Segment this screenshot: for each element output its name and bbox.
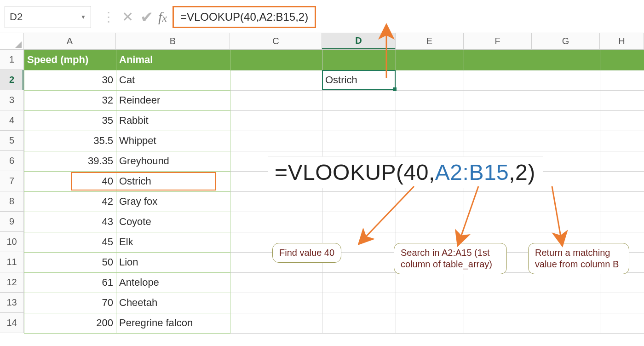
col-header-d[interactable]: D [322, 33, 396, 49]
cell[interactable] [322, 293, 396, 313]
cell[interactable] [600, 212, 644, 232]
cell[interactable] [230, 110, 322, 131]
chevron-down-icon[interactable]: ▼ [80, 14, 86, 20]
col-header-b[interactable]: B [116, 33, 230, 49]
cell-d2[interactable]: Ostrich [322, 70, 396, 90]
cell[interactable] [464, 212, 532, 232]
cell[interactable] [532, 50, 600, 70]
row-header[interactable]: 10 [0, 232, 24, 252]
cell[interactable] [600, 191, 644, 212]
cell[interactable]: Rabbit [116, 110, 230, 131]
row-header[interactable]: 12 [0, 272, 24, 293]
cell[interactable] [464, 110, 532, 131]
cell[interactable] [322, 50, 396, 70]
cell[interactable]: Gray fox [116, 191, 230, 212]
select-all-corner[interactable] [0, 33, 24, 49]
name-box[interactable]: D2 ▼ [5, 6, 91, 28]
cell[interactable]: 42 [24, 191, 116, 212]
cell[interactable] [532, 110, 600, 131]
cell[interactable]: 61 [24, 272, 116, 293]
cell[interactable]: Coyote [116, 212, 230, 232]
cell[interactable]: 50 [24, 252, 116, 272]
cell[interactable] [322, 110, 396, 131]
col-header-c[interactable]: C [230, 33, 322, 49]
cell[interactable] [600, 272, 644, 293]
cell[interactable] [396, 272, 464, 293]
cell[interactable] [600, 131, 644, 151]
cell[interactable] [230, 191, 322, 212]
cell[interactable] [322, 191, 396, 212]
cell[interactable]: Whippet [116, 131, 230, 151]
cell[interactable] [464, 272, 532, 293]
cell[interactable] [396, 293, 464, 313]
cell[interactable] [322, 272, 396, 293]
cell[interactable] [322, 212, 396, 232]
cell[interactable]: 32 [24, 90, 116, 110]
cell[interactable] [464, 50, 532, 70]
cell[interactable]: Reindeer [116, 90, 230, 110]
cell[interactable] [532, 90, 600, 110]
cell[interactable] [600, 171, 644, 191]
cell[interactable]: 30 [24, 70, 116, 90]
cell[interactable] [464, 293, 532, 313]
cell[interactable] [396, 131, 464, 151]
cell[interactable] [532, 70, 600, 90]
cell[interactable] [532, 131, 600, 151]
cell[interactable] [322, 90, 396, 110]
cell[interactable]: Antelope [116, 272, 230, 293]
cell[interactable] [396, 313, 464, 333]
col-header-h[interactable]: H [600, 33, 644, 49]
cell[interactable]: 45 [24, 232, 116, 252]
cell[interactable] [230, 212, 322, 232]
cell[interactable] [396, 70, 464, 90]
cell[interactable] [230, 293, 322, 313]
cell[interactable] [396, 110, 464, 131]
cell[interactable] [464, 90, 532, 110]
cell[interactable] [464, 131, 532, 151]
row-header[interactable]: 6 [0, 151, 24, 171]
cell[interactable] [464, 191, 532, 212]
col-header-g[interactable]: G [532, 33, 600, 49]
cell[interactable]: Cat [116, 70, 230, 90]
cell[interactable] [600, 70, 644, 90]
cell[interactable] [396, 191, 464, 212]
col-header-f[interactable]: F [464, 33, 532, 49]
cell[interactable]: 70 [24, 293, 116, 313]
col-header-e[interactable]: E [396, 33, 464, 49]
cell[interactable] [532, 293, 600, 313]
row-header[interactable]: 14 [0, 313, 24, 333]
cell[interactable] [532, 272, 600, 293]
row-header[interactable]: 13 [0, 293, 24, 313]
cell[interactable]: 43 [24, 212, 116, 232]
cell[interactable]: Cheetah [116, 293, 230, 313]
cell[interactable]: 200 [24, 313, 116, 333]
cell[interactable] [230, 313, 322, 333]
cell[interactable]: 40 [24, 171, 116, 191]
cell[interactable] [532, 212, 600, 232]
cell[interactable] [600, 90, 644, 110]
cell[interactable] [230, 50, 322, 70]
cell[interactable] [322, 313, 396, 333]
cell[interactable]: Ostrich [116, 171, 230, 191]
cell[interactable] [600, 110, 644, 131]
formula-input[interactable]: =VLOOKUP(40,A2:B15,2) [172, 6, 316, 28]
row-header[interactable]: 7 [0, 171, 24, 191]
cell[interactable]: 35 [24, 110, 116, 131]
row-header[interactable]: 1 [0, 50, 24, 70]
cell[interactable] [600, 313, 644, 333]
cell[interactable] [230, 131, 322, 151]
row-header[interactable]: 5 [0, 131, 24, 151]
cells-grid[interactable]: Speed (mph) Animal 30 Cat Ostrich [24, 50, 644, 334]
row-header[interactable]: 4 [0, 110, 24, 131]
cell[interactable] [230, 90, 322, 110]
cell[interactable]: Elk [116, 232, 230, 252]
cell[interactable] [396, 90, 464, 110]
cell[interactable]: Speed (mph) [24, 50, 116, 70]
cell[interactable] [230, 70, 322, 90]
cell[interactable]: Greyhound [116, 151, 230, 171]
row-header[interactable]: 8 [0, 191, 24, 212]
cell[interactable] [464, 70, 532, 90]
fx-icon[interactable]: fx [158, 9, 167, 25]
row-header[interactable]: 11 [0, 252, 24, 272]
cell[interactable] [532, 191, 600, 212]
